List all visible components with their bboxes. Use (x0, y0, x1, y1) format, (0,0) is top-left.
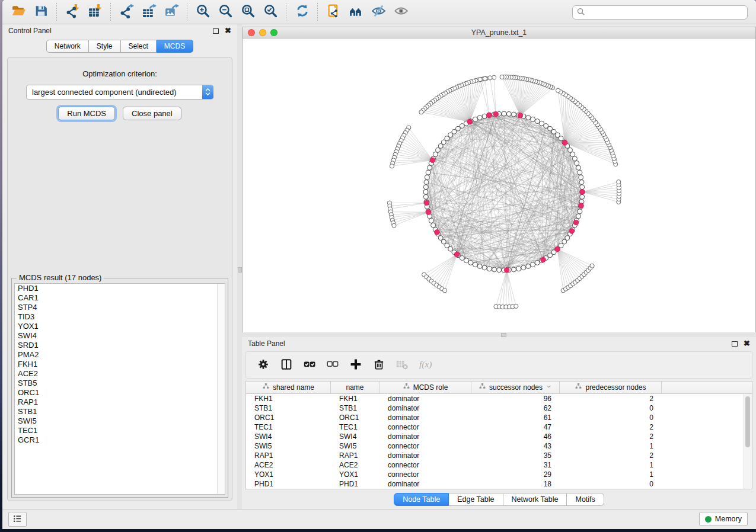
deselect-all-button[interactable] (324, 356, 342, 374)
table-row[interactable]: YOX1YOX1connector291 (246, 470, 752, 479)
save-session-button[interactable] (30, 2, 52, 21)
cell-predecessor-nodes: 2 (560, 451, 662, 460)
table-row[interactable]: ACE2ACE2connector311 (246, 460, 752, 470)
cell-name: SWI5 (331, 441, 379, 451)
scrollbar-thumb[interactable] (745, 396, 750, 447)
mcds-node-item[interactable]: PHD1 (15, 284, 225, 293)
table-row[interactable]: FKH1FKH1dominator962 (246, 394, 752, 403)
import-table-button[interactable] (84, 2, 106, 21)
table-row[interactable]: RAP1RAP1dominator352 (246, 451, 752, 460)
minimize-window-icon[interactable] (259, 29, 266, 36)
vertical-splitter[interactable] (237, 24, 242, 509)
close-panel-button[interactable]: Close panel (123, 107, 181, 120)
toolbar-separator (110, 3, 111, 21)
table-row[interactable]: SWI5SWI5connector431 (246, 441, 752, 451)
network-graph (243, 39, 756, 334)
tab-select[interactable]: Select (121, 40, 157, 53)
column-header-MCDS-role[interactable]: MCDS role (379, 382, 471, 393)
tab-edge-table[interactable]: Edge Table (449, 493, 503, 506)
table-row[interactable]: TEC1TEC1connector472 (246, 422, 752, 432)
close-window-icon[interactable] (248, 29, 255, 36)
tab-mcds[interactable]: MCDS (157, 40, 193, 53)
cell-MCDS-role: dominator (379, 403, 471, 413)
mcds-result-list: PHD1CAR1STP4TID3YOX1SWI4SRD1PMA2FKH1ACE2… (14, 283, 225, 495)
tab-node-table[interactable]: Node Table (394, 493, 449, 506)
mcds-node-item[interactable]: TEC1 (15, 426, 225, 435)
result-list-scrollbar[interactable] (217, 284, 225, 494)
column-label: successor nodes (489, 383, 543, 392)
table-panel-float-button[interactable] (732, 341, 738, 347)
hide-selected-button[interactable] (367, 2, 390, 21)
table-panel-title: Table Panel (248, 339, 285, 348)
hide-selected-icon (371, 4, 386, 20)
cell-shared-name: SWI4 (246, 432, 331, 441)
cell-shared-name: ORC1 (246, 413, 331, 422)
cell-MCDS-role: dominator (379, 394, 471, 403)
optimization-criterion-select[interactable]: largest connected component (undirected) (26, 85, 213, 100)
refresh-button[interactable] (291, 2, 313, 21)
tab-motifs[interactable]: Motifs (567, 493, 604, 506)
zoom-window-icon[interactable] (270, 29, 277, 36)
mcds-node-item[interactable]: PMA2 (15, 350, 225, 360)
mcds-node-item[interactable]: ORC1 (15, 388, 225, 398)
delete-column-button[interactable] (370, 356, 388, 374)
export-image-button[interactable] (160, 2, 183, 21)
memory-button[interactable]: Memory (699, 512, 748, 526)
run-mcds-button[interactable]: Run MCDS (58, 107, 115, 120)
mcds-node-item[interactable]: STB1 (15, 407, 225, 416)
table-row[interactable]: SWI4SWI4dominator462 (246, 432, 752, 441)
task-history-button[interactable] (8, 512, 27, 527)
tab-style[interactable]: Style (89, 40, 121, 53)
first-neighbors-button[interactable] (344, 2, 367, 21)
import-network-button[interactable] (61, 2, 84, 21)
export-network-button[interactable] (115, 2, 138, 21)
columns-button[interactable] (277, 356, 295, 374)
horizontal-splitter[interactable] (242, 332, 756, 337)
mcds-node-item[interactable]: TID3 (15, 312, 225, 322)
zoom-selected-button[interactable] (259, 2, 282, 21)
mcds-node-item[interactable]: GCR1 (15, 435, 225, 445)
splitter-grip[interactable] (238, 267, 242, 273)
export-table-button[interactable] (138, 2, 160, 21)
column-header-predecessor-nodes[interactable]: predecessor nodes (560, 382, 662, 393)
control-panel-close-button[interactable]: ✖ (225, 28, 231, 34)
splitter-grip[interactable] (501, 333, 506, 337)
table-panel-close-button[interactable]: ✖ (744, 341, 750, 347)
cell-predecessor-nodes: 1 (560, 460, 662, 470)
mcds-node-item[interactable]: SWI4 (15, 331, 225, 341)
show-all-button[interactable] (390, 2, 412, 21)
table-row[interactable]: ORC1ORC1dominator610 (246, 413, 752, 422)
column-header-successor-nodes[interactable]: successor nodes (471, 382, 560, 393)
network-canvas[interactable] (243, 39, 755, 332)
column-header-shared-name[interactable]: shared name (246, 382, 331, 393)
mcds-node-item[interactable]: SWI5 (15, 416, 225, 426)
mcds-node-item[interactable]: CAR1 (15, 293, 225, 303)
tab-network-table[interactable]: Network Table (503, 493, 567, 506)
tab-network[interactable]: Network (46, 40, 89, 53)
network-from-file-button[interactable] (322, 2, 344, 21)
search-input[interactable] (588, 8, 744, 17)
search-box (572, 5, 748, 20)
zoom-in-button[interactable] (192, 2, 214, 21)
cell-predecessor-nodes: 1 (560, 470, 662, 479)
table-row[interactable]: STB1STB1dominator620 (246, 403, 752, 413)
mcds-node-item[interactable]: SRD1 (15, 341, 225, 350)
zoom-out-button[interactable] (214, 2, 237, 21)
mcds-node-item[interactable]: STP4 (15, 303, 225, 312)
mcds-node-item[interactable]: FKH1 (15, 360, 225, 369)
mcds-node-item[interactable]: RAP1 (15, 398, 225, 407)
optimization-criterion-value: largest connected component (undirected) (27, 88, 202, 97)
add-column-button[interactable] (347, 356, 365, 374)
select-all-button[interactable] (301, 356, 318, 374)
table-row[interactable]: PHD1PHD1dominator180 (246, 479, 752, 489)
zoom-fit-button[interactable] (237, 2, 259, 21)
cell-shared-name: RAP1 (246, 451, 331, 460)
mcds-node-item[interactable]: YOX1 (15, 322, 225, 331)
control-panel-float-button[interactable] (213, 28, 219, 34)
gear-button[interactable] (254, 356, 272, 374)
open-file-button[interactable] (7, 2, 30, 21)
column-header-name[interactable]: name (331, 382, 379, 393)
table-scrollbar[interactable] (744, 394, 752, 489)
mcds-node-item[interactable]: STB5 (15, 379, 225, 388)
mcds-node-item[interactable]: ACE2 (15, 369, 225, 379)
